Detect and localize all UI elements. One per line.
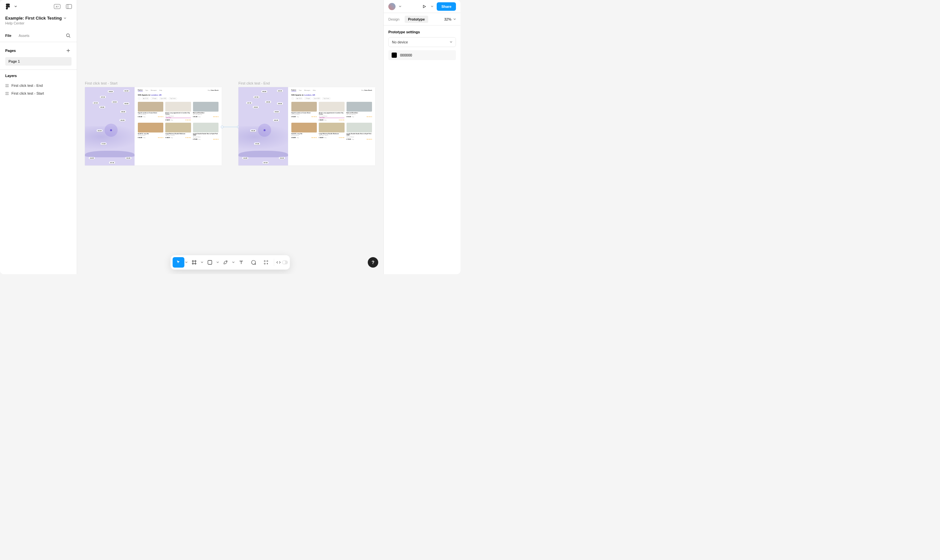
svg-point-0 [8,6,10,8]
file-title-caret-icon[interactable] [64,17,66,20]
user-avatar-icon[interactable] [388,3,395,10]
layer-label: First click test - End [11,83,43,88]
page-item[interactable]: Page 1 [5,57,71,66]
shape-tool[interactable] [204,257,216,268]
svg-point-8 [226,261,227,262]
frame-end[interactable]: First click test - End £98.00£97.00£87.0… [238,87,375,165]
zoom-level[interactable]: 32% [444,17,451,21]
booking-ui: £98.00£97.00£87.00£89.00£90.00£89.00£98.… [238,87,375,165]
booking-ui: £98.00£97.00£87.00£89.00£90.00£89.00£98.… [85,87,222,165]
frame-label[interactable]: First click test - End [238,81,270,85]
add-page-icon[interactable] [65,47,71,54]
comment-tool[interactable] [248,257,260,268]
svg-point-11 [264,263,265,264]
svg-line-6 [69,36,71,37]
svg-point-10 [267,260,268,262]
color-hex: 000000 [400,53,412,57]
prototype-connection[interactable] [221,126,240,128]
share-button[interactable]: Share [437,2,456,11]
layer-row[interactable]: First click test - End [5,82,71,89]
right-panel: Share Design Prototype 32% Prototype set… [383,0,460,274]
ai-icon[interactable]: A? [54,3,60,10]
color-swatch-icon [392,52,397,58]
frame-label[interactable]: First click test - Start [85,81,117,85]
device-value: No device [392,40,408,44]
svg-text:A?: A? [56,5,59,8]
actions-tool[interactable] [260,257,272,268]
present-caret-icon[interactable] [431,5,434,8]
pages-heading[interactable]: Pages [5,49,16,52]
device-select[interactable]: No device [388,37,456,47]
layers-heading: Layers [5,74,71,82]
figma-logo-icon[interactable] [5,3,11,10]
chevron-down-icon [450,41,452,43]
file-subtitle[interactable]: Help Center [0,21,77,29]
present-icon[interactable] [421,3,428,10]
frame-icon [5,84,9,88]
prototype-settings-heading: Prototype settings [384,25,460,37]
avatar-caret-icon[interactable] [399,5,401,8]
pen-tool[interactable] [220,257,232,268]
tab-file[interactable]: File [5,34,11,37]
svg-rect-7 [208,260,212,264]
background-color-field[interactable]: 000000 [388,50,456,60]
move-tool[interactable] [173,257,185,268]
frame-start[interactable]: First click test - Start £98.00£97.00£87… [85,87,222,165]
zoom-caret-icon[interactable] [453,18,456,20]
sidebar-toggle-icon[interactable] [66,3,72,10]
layer-row[interactable]: First click test - Start [5,89,71,97]
tab-design[interactable]: Design [388,17,400,21]
move-tool-caret-icon[interactable] [185,261,188,264]
svg-rect-3 [66,5,72,9]
left-panel: A? Example: First Click Testing Help Cen… [0,0,77,274]
pen-tool-caret-icon[interactable] [232,261,235,264]
main-menu-caret-icon[interactable] [12,3,19,10]
toolbar [171,255,290,269]
svg-point-5 [66,34,69,37]
tab-assets[interactable]: Assets [19,34,29,37]
tab-prototype[interactable]: Prototype [405,16,428,23]
shape-tool-caret-icon[interactable] [216,261,219,264]
canvas[interactable]: First click test - Start £98.00£97.00£87… [77,0,383,274]
svg-point-9 [264,260,265,262]
text-tool[interactable] [236,257,247,268]
help-button[interactable]: ? [368,257,378,268]
layer-label: First click test - Start [11,91,44,95]
frame-tool[interactable] [188,257,200,268]
frame-tool-caret-icon[interactable] [201,261,204,264]
search-icon[interactable] [65,32,71,39]
file-title[interactable]: Example: First Click Testing [5,16,62,20]
dev-mode-toggle[interactable] [276,257,288,268]
frame-icon [5,92,9,95]
